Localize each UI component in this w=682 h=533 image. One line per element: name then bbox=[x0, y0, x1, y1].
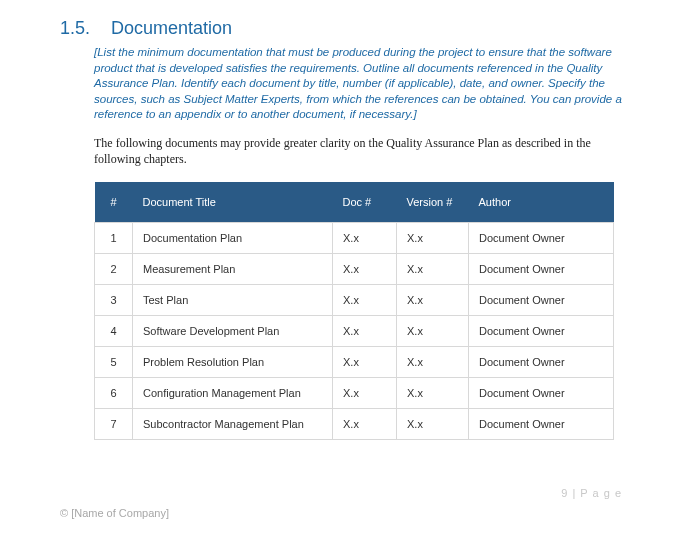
table-header-row: # Document Title Doc # Version # Author bbox=[95, 182, 614, 223]
cell-version: X.x bbox=[397, 378, 469, 409]
table-row: 2Measurement PlanX.xX.xDocument Owner bbox=[95, 254, 614, 285]
table-row: 4Software Development PlanX.xX.xDocument… bbox=[95, 316, 614, 347]
table-row: 5Problem Resolution PlanX.xX.xDocument O… bbox=[95, 347, 614, 378]
cell-num: 4 bbox=[95, 316, 133, 347]
cell-num: 2 bbox=[95, 254, 133, 285]
cell-num: 5 bbox=[95, 347, 133, 378]
cell-title: Software Development Plan bbox=[133, 316, 333, 347]
cell-author: Document Owner bbox=[469, 409, 614, 440]
cell-version: X.x bbox=[397, 254, 469, 285]
cell-doc: X.x bbox=[333, 347, 397, 378]
intro-text: The following documents may provide grea… bbox=[94, 135, 622, 169]
cell-doc: X.x bbox=[333, 378, 397, 409]
cell-author: Document Owner bbox=[469, 285, 614, 316]
header-author: Author bbox=[469, 182, 614, 223]
section-title: Documentation bbox=[111, 18, 232, 38]
cell-doc: X.x bbox=[333, 254, 397, 285]
cell-num: 6 bbox=[95, 378, 133, 409]
header-num: # bbox=[95, 182, 133, 223]
section-number: 1.5. bbox=[60, 18, 106, 39]
header-ver: Version # bbox=[397, 182, 469, 223]
cell-author: Document Owner bbox=[469, 378, 614, 409]
page-footer: 9 | P a g e © [Name of Company] bbox=[60, 487, 622, 519]
section-heading: 1.5. Documentation bbox=[60, 18, 622, 39]
cell-title: Test Plan bbox=[133, 285, 333, 316]
cell-version: X.x bbox=[397, 223, 469, 254]
cell-num: 7 bbox=[95, 409, 133, 440]
header-doc: Doc # bbox=[333, 182, 397, 223]
cell-doc: X.x bbox=[333, 223, 397, 254]
cell-author: Document Owner bbox=[469, 223, 614, 254]
cell-version: X.x bbox=[397, 285, 469, 316]
cell-title: Subcontractor Management Plan bbox=[133, 409, 333, 440]
cell-author: Document Owner bbox=[469, 316, 614, 347]
cell-author: Document Owner bbox=[469, 254, 614, 285]
page-number: 9 | P a g e bbox=[60, 487, 622, 499]
table-row: 3Test PlanX.xX.xDocument Owner bbox=[95, 285, 614, 316]
cell-version: X.x bbox=[397, 347, 469, 378]
table-row: 6Configuration Management PlanX.xX.xDocu… bbox=[95, 378, 614, 409]
cell-version: X.x bbox=[397, 409, 469, 440]
header-title: Document Title bbox=[133, 182, 333, 223]
table-row: 1Documentation PlanX.xX.xDocument Owner bbox=[95, 223, 614, 254]
cell-doc: X.x bbox=[333, 285, 397, 316]
cell-version: X.x bbox=[397, 316, 469, 347]
cell-title: Measurement Plan bbox=[133, 254, 333, 285]
cell-num: 1 bbox=[95, 223, 133, 254]
cell-title: Problem Resolution Plan bbox=[133, 347, 333, 378]
cell-doc: X.x bbox=[333, 316, 397, 347]
table-row: 7Subcontractor Management PlanX.xX.xDocu… bbox=[95, 409, 614, 440]
cell-title: Documentation Plan bbox=[133, 223, 333, 254]
cell-num: 3 bbox=[95, 285, 133, 316]
cell-author: Document Owner bbox=[469, 347, 614, 378]
copyright-text: © [Name of Company] bbox=[60, 507, 622, 519]
cell-title: Configuration Management Plan bbox=[133, 378, 333, 409]
instruction-text: [List the minimum documentation that mus… bbox=[94, 45, 622, 123]
documentation-table: # Document Title Doc # Version # Author … bbox=[94, 182, 614, 440]
cell-doc: X.x bbox=[333, 409, 397, 440]
